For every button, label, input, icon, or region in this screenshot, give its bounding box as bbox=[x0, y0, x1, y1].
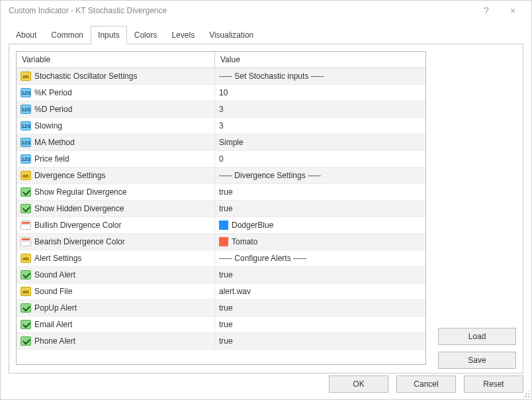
num-icon: 123 bbox=[21, 88, 31, 97]
color-swatch bbox=[219, 221, 228, 230]
table-row[interactable]: abSound Filealert.wav bbox=[17, 283, 425, 300]
col-header-variable[interactable]: Variable bbox=[17, 52, 215, 68]
clr-icon bbox=[21, 221, 31, 230]
tab-visualization[interactable]: Visualization bbox=[202, 26, 261, 44]
table-row[interactable]: 123%K Period10 bbox=[17, 85, 425, 101]
color-swatch bbox=[219, 237, 228, 246]
tab-colors[interactable]: Colors bbox=[127, 26, 165, 44]
value-text: 3 bbox=[219, 121, 224, 130]
tab-common[interactable]: Common bbox=[44, 26, 91, 44]
value-text: 3 bbox=[219, 105, 224, 114]
variable-name: Show Hidden Divergence bbox=[34, 204, 124, 213]
table-row[interactable]: abAlert Settings----- Configure Alerts -… bbox=[17, 250, 425, 267]
variable-cell: 123%D Period bbox=[17, 101, 215, 117]
value-text: ----- Divergence Settings ----- bbox=[219, 171, 321, 180]
save-button[interactable]: Save bbox=[438, 352, 516, 369]
col-header-value[interactable]: Value bbox=[215, 52, 425, 68]
variable-name: Bearish Divergence Color bbox=[34, 237, 125, 246]
value-text: 10 bbox=[219, 88, 228, 97]
table-row[interactable]: 123Price field0 bbox=[17, 151, 425, 168]
table-row[interactable]: 123%D Period3 bbox=[17, 101, 425, 118]
window-title: Custom Indicator - KT Stochastic Diverge… bbox=[9, 6, 473, 15]
inputs-grid: Variable Value abStochastic Oscillator S… bbox=[16, 51, 426, 365]
variable-cell: abSound File bbox=[17, 283, 215, 299]
load-button[interactable]: Load bbox=[438, 328, 516, 345]
value-cell[interactable]: 3 bbox=[215, 101, 425, 117]
table-row[interactable]: Email Alerttrue bbox=[17, 317, 425, 333]
variable-name: %D Period bbox=[34, 105, 72, 114]
value-cell[interactable]: true bbox=[215, 333, 425, 349]
table-row[interactable]: Phone Alerttrue bbox=[17, 333, 425, 350]
value-cell[interactable]: true bbox=[215, 201, 425, 217]
value-cell[interactable]: 10 bbox=[215, 85, 425, 101]
variable-name: Phone Alert bbox=[34, 336, 75, 346]
tab-inputs[interactable]: Inputs bbox=[91, 26, 127, 44]
value-cell[interactable]: 0 bbox=[215, 151, 425, 167]
clr-icon bbox=[21, 237, 31, 246]
value-text: true bbox=[219, 187, 233, 197]
str-icon: ab bbox=[21, 72, 31, 81]
dialog-window: Custom Indicator - KT Stochastic Diverge… bbox=[0, 0, 532, 400]
value-cell[interactable]: true bbox=[215, 317, 425, 332]
table-row[interactable]: 123MA MethodSimple bbox=[17, 134, 425, 151]
boo-icon bbox=[21, 320, 31, 329]
variable-cell: Email Alert bbox=[17, 317, 215, 332]
num-icon: 123 bbox=[21, 154, 31, 164]
value-text: true bbox=[219, 336, 233, 346]
value-cell[interactable]: 3 bbox=[215, 118, 425, 134]
variable-cell: Sound Alert bbox=[17, 267, 215, 283]
table-row[interactable]: PopUp Alerttrue bbox=[17, 300, 425, 317]
close-button[interactable]: × bbox=[500, 5, 526, 16]
variable-cell: 123%K Period bbox=[17, 85, 215, 101]
value-cell[interactable]: true bbox=[215, 267, 425, 283]
value-cell[interactable]: DodgerBlue bbox=[215, 217, 425, 233]
value-cell[interactable]: true bbox=[215, 300, 425, 316]
value-text: ----- Configure Alerts ----- bbox=[219, 254, 306, 263]
resize-grip[interactable] bbox=[523, 391, 530, 398]
value-text: true bbox=[219, 320, 233, 329]
value-cell[interactable]: Tomato bbox=[215, 234, 425, 250]
variable-name: Price field bbox=[34, 154, 69, 164]
variable-cell: Show Regular Divergence bbox=[17, 184, 215, 200]
table-row[interactable]: Sound Alerttrue bbox=[17, 267, 425, 283]
table-row[interactable]: abStochastic Oscillator Settings----- Se… bbox=[17, 68, 425, 85]
table-row[interactable]: Show Regular Divergencetrue bbox=[17, 184, 425, 201]
value-text: Simple bbox=[219, 138, 244, 147]
value-text: 0 bbox=[219, 154, 224, 164]
value-cell[interactable]: Simple bbox=[215, 134, 425, 150]
boo-icon bbox=[21, 270, 31, 279]
table-row[interactable]: Bearish Divergence ColorTomato bbox=[17, 234, 425, 250]
value-text: true bbox=[219, 270, 233, 279]
str-icon: ab bbox=[21, 287, 31, 296]
value-cell[interactable]: true bbox=[215, 184, 425, 200]
tab-levels[interactable]: Levels bbox=[164, 26, 202, 44]
value-text: true bbox=[219, 303, 233, 313]
cancel-button[interactable]: Cancel bbox=[396, 375, 456, 393]
variable-cell: 123MA Method bbox=[17, 134, 215, 150]
reset-button[interactable]: Reset bbox=[464, 375, 523, 393]
variable-name: Bullish Divergence Color bbox=[34, 221, 121, 230]
table-row[interactable]: Bullish Divergence ColorDodgerBlue bbox=[17, 217, 425, 234]
titlebar: Custom Indicator - KT Stochastic Diverge… bbox=[1, 1, 531, 21]
tab-about[interactable]: About bbox=[9, 26, 44, 44]
value-cell[interactable]: ----- Configure Alerts ----- bbox=[215, 250, 425, 266]
boo-icon bbox=[21, 303, 31, 313]
table-row[interactable]: Show Hidden Divergencetrue bbox=[17, 201, 425, 217]
boo-icon bbox=[21, 187, 31, 197]
value-text: DodgerBlue bbox=[232, 221, 273, 230]
tab-bar: AboutCommonInputsColorsLevelsVisualizati… bbox=[9, 26, 523, 44]
value-cell[interactable]: ----- Divergence Settings ----- bbox=[215, 168, 425, 183]
variable-name: MA Method bbox=[34, 138, 75, 147]
table-row[interactable]: abDivergence Settings----- Divergence Se… bbox=[17, 168, 425, 184]
num-icon: 123 bbox=[21, 138, 31, 147]
table-row[interactable]: 123Slowing3 bbox=[17, 118, 425, 134]
value-cell[interactable]: ----- Set Stochastic inputs ----- bbox=[215, 68, 425, 84]
help-button[interactable]: ? bbox=[473, 5, 500, 16]
variable-name: Alert Settings bbox=[34, 254, 81, 263]
value-cell[interactable]: alert.wav bbox=[215, 283, 425, 299]
ok-button[interactable]: OK bbox=[329, 375, 388, 393]
variable-name: Email Alert bbox=[34, 320, 72, 329]
value-text: Tomato bbox=[232, 237, 257, 246]
variable-name: PopUp Alert bbox=[34, 303, 77, 313]
boo-icon bbox=[21, 336, 31, 346]
